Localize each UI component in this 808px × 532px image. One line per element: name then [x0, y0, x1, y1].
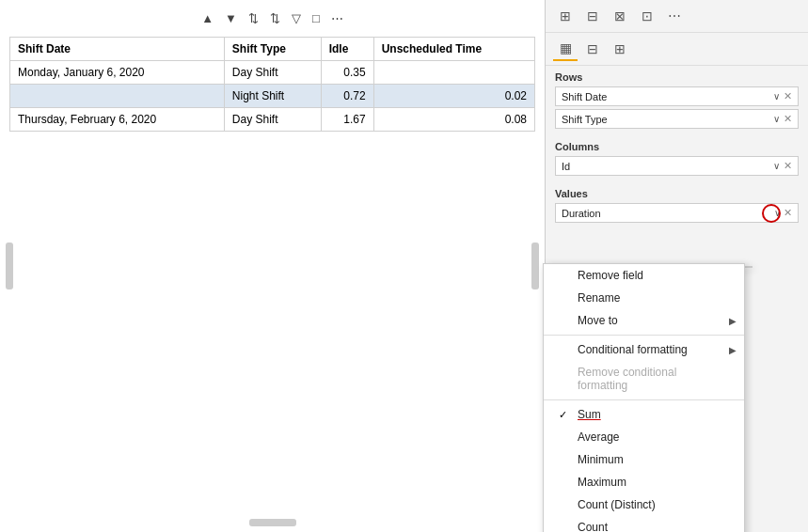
- shift-date-chip[interactable]: Shift Date ∨ ✕: [555, 86, 799, 106]
- count-label: Count: [578, 521, 608, 532]
- minimum-item[interactable]: Minimum: [544, 448, 744, 471]
- table-row: Night Shift 0.72 0.02: [10, 85, 535, 108]
- average-label: Average: [578, 430, 619, 444]
- close-icon[interactable]: ✕: [784, 113, 792, 125]
- col-idle: Idle: [321, 38, 373, 61]
- sort-button3[interactable]: ⇅: [266, 9, 284, 27]
- checkmark-icon: ✓: [559, 409, 572, 421]
- chevron-down-icon[interactable]: ∨: [774, 208, 781, 218]
- matrix-icon-btn[interactable]: ⊠: [608, 4, 632, 28]
- cell-date-1: Monday, January 6, 2020: [10, 61, 225, 85]
- maximum-item[interactable]: Maximum: [544, 471, 744, 493]
- left-panel: ▲ ▼ ⇅ ⇅ ▽ □ ⋯ Shift Date Shift Type Idle…: [0, 0, 546, 532]
- cell-unscheduled-2: 0.02: [373, 85, 534, 108]
- columns-section: Columns Id ∨ ✕: [546, 135, 808, 182]
- resize-handle-bottom[interactable]: [249, 519, 296, 526]
- shift-type-chip[interactable]: Shift Type ∨ ✕: [555, 109, 799, 129]
- count-item[interactable]: Count: [544, 516, 744, 532]
- id-chip-label: Id: [562, 161, 570, 172]
- chip-right-4: ∨ ✕: [774, 207, 792, 219]
- col-unscheduled: Unscheduled Time: [373, 38, 534, 61]
- cell-unscheduled-3: 0.08: [373, 108, 534, 132]
- remove-conditional-label: Remove conditional formatting: [578, 366, 729, 392]
- move-to-item[interactable]: Move to ▶: [544, 309, 744, 332]
- divider-1: [544, 335, 744, 336]
- resize-handle-right[interactable]: [531, 243, 539, 289]
- format-icon-btn[interactable]: ⊟: [580, 37, 605, 61]
- remove-field-label: Remove field: [578, 269, 643, 282]
- chip-right-2: ∨ ✕: [773, 113, 792, 125]
- close-icon[interactable]: ✕: [784, 207, 792, 218]
- chip-right-3: ∨ ✕: [773, 160, 792, 172]
- values-label: Values: [555, 188, 799, 199]
- close-icon[interactable]: ✕: [784, 90, 792, 102]
- rows-label: Rows: [555, 71, 799, 83]
- more-button[interactable]: ⋯: [327, 9, 347, 27]
- context-menu: Remove field Rename Move to ▶ Conditiona…: [543, 263, 745, 532]
- cell-shifttype-1: Day Shift: [224, 61, 321, 85]
- sum-item[interactable]: ✓ Sum: [544, 403, 744, 426]
- duration-chip[interactable]: Duration ∨ ✕: [555, 203, 799, 223]
- data-table: Shift Date Shift Type Idle Unscheduled T…: [9, 37, 535, 132]
- table-icon-btn[interactable]: ⊟: [580, 4, 605, 28]
- grid-icon-btn[interactable]: ⊞: [553, 4, 578, 28]
- sum-label: Sum: [578, 408, 601, 421]
- average-item[interactable]: Average: [544, 426, 744, 448]
- resize-handle-left[interactable]: [6, 243, 13, 289]
- table-row: Monday, January 6, 2020 Day Shift 0.35: [10, 61, 535, 85]
- count-distinct-label: Count (Distinct): [578, 498, 656, 511]
- shift-type-chip-label: Shift Type: [562, 114, 608, 125]
- cell-idle-1: 0.35: [321, 61, 373, 85]
- col-shift-date: Shift Date: [10, 38, 225, 61]
- card-icon-btn[interactable]: ⊡: [635, 4, 659, 28]
- rename-label: Rename: [578, 291, 620, 305]
- sort-button2[interactable]: ⇅: [245, 9, 262, 27]
- divider-2: [544, 399, 744, 400]
- count-distinct-item[interactable]: Count (Distinct): [544, 493, 744, 516]
- cell-shifttype-2: Night Shift: [224, 85, 321, 108]
- conditional-formatting-item[interactable]: Conditional formatting ▶: [544, 338, 744, 361]
- cell-idle-3: 1.67: [321, 108, 373, 132]
- rows-section: Rows Shift Date ∨ ✕ Shift Type ∨ ✕: [546, 66, 808, 135]
- analytics-icon-btn[interactable]: ⊞: [608, 37, 632, 61]
- cell-idle-2: 0.72: [321, 85, 373, 108]
- table-toolbar: ▲ ▼ ⇅ ⇅ ▽ □ ⋯: [9, 9, 535, 31]
- cell-shifttype-3: Day Shift: [224, 108, 321, 132]
- icon-row-1: ⊞ ⊟ ⊠ ⊡ ⋯: [546, 0, 808, 33]
- sort-asc-button[interactable]: ▲: [198, 9, 217, 27]
- more-icon-btn[interactable]: ⋯: [662, 4, 687, 28]
- fields-icon-btn[interactable]: ▦: [553, 37, 578, 61]
- cell-date-2: [10, 85, 225, 108]
- cell-unscheduled-1: [373, 61, 534, 85]
- move-to-label: Move to: [578, 314, 618, 327]
- submenu-arrow-icon: ▶: [729, 316, 737, 326]
- cell-date-3: Thursday, February 6, 2020: [10, 108, 225, 132]
- chevron-down-icon[interactable]: ∨: [773, 91, 780, 102]
- submenu-arrow-icon: ▶: [729, 345, 737, 355]
- remove-field-item[interactable]: Remove field: [544, 264, 744, 287]
- filter-button[interactable]: ▽: [288, 9, 305, 27]
- chevron-down-icon[interactable]: ∨: [773, 114, 780, 124]
- values-section: Values Duration ∨ ✕: [546, 182, 808, 227]
- rename-item[interactable]: Rename: [544, 287, 744, 309]
- chevron-down-icon[interactable]: ∨: [773, 161, 780, 171]
- conditional-formatting-label: Conditional formatting: [578, 343, 688, 356]
- id-chip[interactable]: Id ∨ ✕: [555, 156, 799, 176]
- right-panel: ⊞ ⊟ ⊠ ⊡ ⋯ ▦ ⊟ ⊞ Rows Shift Date ∨ ✕ Shif…: [546, 0, 808, 532]
- duration-chip-label: Duration: [562, 208, 601, 219]
- shift-date-chip-label: Shift Date: [562, 91, 607, 102]
- table-row: Thursday, February 6, 2020 Day Shift 1.6…: [10, 108, 535, 132]
- minimum-label: Minimum: [578, 453, 624, 466]
- sort-desc-button[interactable]: ▼: [221, 9, 241, 27]
- col-shift-type: Shift Type: [224, 38, 321, 61]
- maximum-label: Maximum: [578, 476, 626, 489]
- icon-row-2: ▦ ⊟ ⊞: [546, 33, 808, 66]
- columns-label: Columns: [555, 141, 799, 152]
- remove-conditional-item: Remove conditional formatting: [544, 361, 744, 397]
- close-icon[interactable]: ✕: [784, 160, 792, 172]
- chip-right-1: ∨ ✕: [773, 90, 792, 102]
- expand-button[interactable]: □: [309, 9, 324, 27]
